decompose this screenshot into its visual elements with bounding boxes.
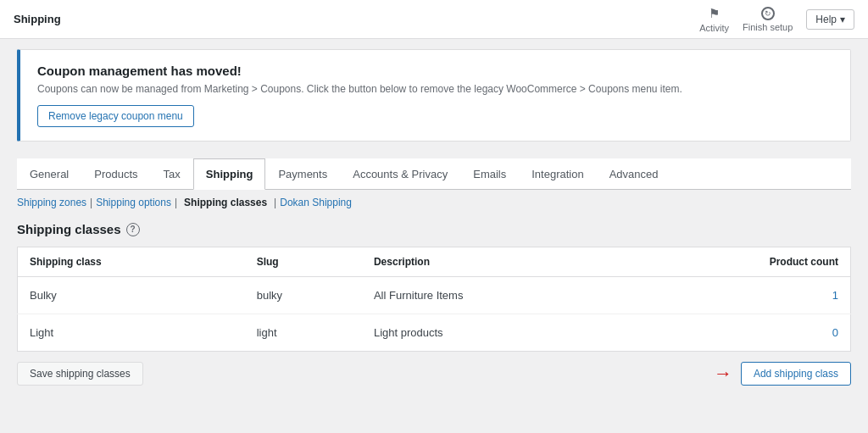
section-heading-text: Shipping classes xyxy=(17,222,121,236)
column-header-shipping-class: Shipping class xyxy=(18,247,245,277)
subnav-item-dokan-shipping[interactable]: Dokan Shipping xyxy=(280,197,352,208)
shipping-class-description: All Furniture Items xyxy=(362,277,630,314)
shipping-class-product-count: 0 xyxy=(630,314,850,352)
shipping-class-slug: bulky xyxy=(245,277,362,314)
subnav-separator: | xyxy=(175,197,177,208)
subnav-separator: | xyxy=(274,197,276,208)
activity-button[interactable]: ⚑ Activity xyxy=(699,6,729,33)
notice-body: Coupons can now be managed from Marketin… xyxy=(37,83,833,95)
shipping-classes-table: Shipping classSlugDescriptionProduct cou… xyxy=(17,247,851,352)
settings-tabs: GeneralProductsTaxShippingPaymentsAccoun… xyxy=(17,158,851,190)
help-label: Help xyxy=(815,14,837,25)
remove-legacy-coupon-button[interactable]: Remove legacy coupon menu xyxy=(37,105,194,127)
notice-heading: Coupon management has moved! xyxy=(37,64,833,78)
chevron-down-icon: ▾ xyxy=(840,14,845,25)
tab-integration[interactable]: Integration xyxy=(519,158,596,190)
section-heading: Shipping classes ? xyxy=(17,222,851,236)
tab-emails[interactable]: Emails xyxy=(460,158,519,190)
product-count-link[interactable]: 1 xyxy=(832,289,838,302)
shipping-class-description: Light products xyxy=(362,314,630,352)
column-header-product-count: Product count xyxy=(630,247,850,277)
top-bar: Shipping ⚑ Activity ↻ Finish setup Help … xyxy=(0,0,868,39)
subnav-separator: | xyxy=(90,197,92,208)
shipping-class-slug: light xyxy=(245,314,362,352)
shipping-class-product-count: 1 xyxy=(630,277,850,314)
flag-icon: ⚑ xyxy=(709,6,720,21)
shipping-class-name: Light xyxy=(18,314,245,352)
sub-navigation: Shipping zones | Shipping options | Ship… xyxy=(17,190,851,214)
tab-shipping[interactable]: Shipping xyxy=(193,158,266,190)
product-count-link[interactable]: 0 xyxy=(832,326,838,339)
add-shipping-class-button[interactable]: Add shipping class xyxy=(741,362,851,386)
help-button[interactable]: Help ▾ xyxy=(806,9,854,30)
save-shipping-classes-button[interactable]: Save shipping classes xyxy=(17,362,143,386)
subnav-item-shipping-classes: Shipping classes xyxy=(184,197,267,208)
shipping-class-name: Bulky xyxy=(18,277,245,314)
tab-tax[interactable]: Tax xyxy=(151,158,193,190)
subnav-item-shipping-zones[interactable]: Shipping zones xyxy=(17,197,86,208)
tab-payments[interactable]: Payments xyxy=(265,158,340,190)
tab-accounts---privacy[interactable]: Accounts & Privacy xyxy=(340,158,460,190)
column-header-slug: Slug xyxy=(245,247,362,277)
top-bar-actions: ⚑ Activity ↻ Finish setup Help ▾ xyxy=(699,6,854,33)
circle-icon: ↻ xyxy=(761,7,775,20)
help-tooltip-icon[interactable]: ? xyxy=(126,223,140,236)
finish-setup-button[interactable]: ↻ Finish setup xyxy=(743,7,793,32)
add-class-section: → Add shipping class xyxy=(714,362,851,386)
finish-setup-label: Finish setup xyxy=(743,22,793,32)
tab-general[interactable]: General xyxy=(17,158,81,190)
page-title: Shipping xyxy=(14,13,61,25)
coupon-notice: Coupon management has moved! Coupons can… xyxy=(17,49,851,142)
table-row: LightlightLight products0 xyxy=(18,314,851,352)
table-row: BulkybulkyAll Furniture Items1 xyxy=(18,277,851,314)
table-footer: Save shipping classes → Add shipping cla… xyxy=(17,352,851,386)
arrow-right-icon: → xyxy=(714,363,732,385)
tab-products[interactable]: Products xyxy=(81,158,150,190)
column-header-description: Description xyxy=(362,247,630,277)
subnav-item-shipping-options[interactable]: Shipping options xyxy=(96,197,171,208)
tab-advanced[interactable]: Advanced xyxy=(597,158,671,190)
activity-label: Activity xyxy=(699,23,729,33)
